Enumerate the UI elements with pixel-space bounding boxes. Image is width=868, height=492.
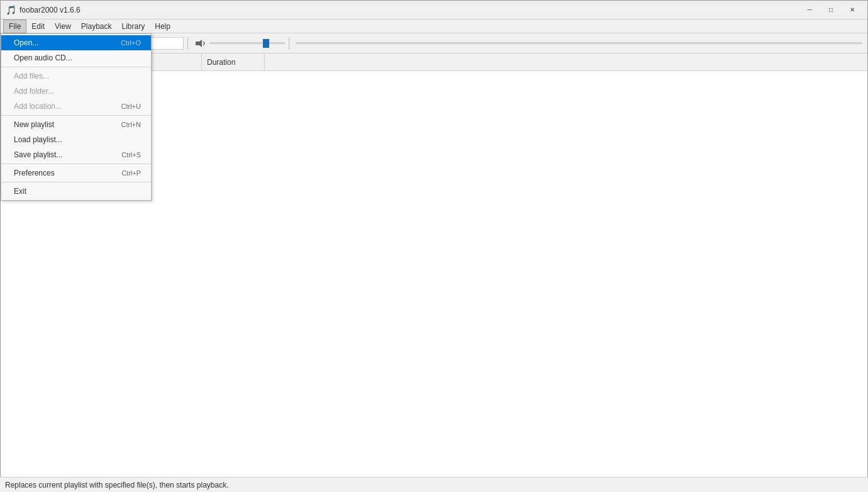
app-title: foobar2000 v1.6.6 xyxy=(19,6,81,14)
open-shortcut: Ctrl+O xyxy=(121,39,141,47)
file-dropdown-menu: Open... Ctrl+O Open audio CD... Add file… xyxy=(1,33,152,201)
menu-preferences[interactable]: Preferences Ctrl+P xyxy=(1,165,151,181)
col-header-duration[interactable]: Duration xyxy=(202,53,265,70)
new-playlist-label: New playlist xyxy=(14,120,54,129)
menu-save-playlist[interactable]: Save playlist... Ctrl+S xyxy=(1,147,151,162)
menu-file[interactable]: File xyxy=(3,20,26,33)
status-text: Replaces current playlist with specified… xyxy=(5,481,228,489)
progress-track xyxy=(296,42,862,44)
title-bar-controls: ─ □ ✕ xyxy=(799,4,862,16)
menu-exit[interactable]: Exit xyxy=(1,184,151,199)
separator-4 xyxy=(1,182,151,182)
progress-bar[interactable] xyxy=(296,38,862,48)
load-playlist-label: Load playlist... xyxy=(14,135,62,144)
menu-open-cd[interactable]: Open audio CD... xyxy=(1,50,151,65)
open-label: Open... xyxy=(14,38,38,47)
exit-label: Exit xyxy=(14,187,26,196)
toolbar-sep-3 xyxy=(289,37,289,50)
volume-track xyxy=(209,42,285,44)
separator-3 xyxy=(1,164,151,164)
save-playlist-shortcut: Ctrl+S xyxy=(121,151,141,159)
col-duration-label: Duration xyxy=(207,58,235,67)
separator-2 xyxy=(1,115,151,116)
add-folder-label: Add folder... xyxy=(14,87,54,96)
new-playlist-shortcut: Ctrl+N xyxy=(121,121,141,128)
add-files-label: Add files... xyxy=(14,72,49,81)
menu-library[interactable]: Library xyxy=(117,20,150,33)
volume-slider[interactable] xyxy=(209,38,285,48)
maximize-button[interactable]: □ xyxy=(821,4,841,16)
menu-edit[interactable]: Edit xyxy=(26,20,50,33)
menu-view[interactable]: View xyxy=(50,20,76,33)
volume-icon xyxy=(194,38,207,48)
separator-1 xyxy=(1,67,151,67)
main-window: 🎵 foobar2000 v1.6.6 ─ □ ✕ File Edit View… xyxy=(0,0,868,492)
toolbar-sep-2 xyxy=(187,37,188,50)
menu-add-location: Add location... Ctrl+U xyxy=(1,99,151,114)
app-icon: 🎵 xyxy=(6,5,16,15)
volume-thumb[interactable] xyxy=(263,39,269,48)
menu-load-playlist[interactable]: Load playlist... xyxy=(1,132,151,147)
title-bar: 🎵 foobar2000 v1.6.6 ─ □ ✕ xyxy=(1,1,867,20)
open-cd-label: Open audio CD... xyxy=(14,53,72,62)
add-location-label: Add location... xyxy=(14,102,62,111)
svg-marker-0 xyxy=(196,40,202,47)
minimize-button[interactable]: ─ xyxy=(799,4,820,16)
status-bar: Replaces current playlist with specified… xyxy=(0,477,868,492)
menu-bar: File Edit View Playback Library Help Ope… xyxy=(1,20,867,33)
menu-add-files: Add files... xyxy=(1,69,151,84)
menu-playback[interactable]: Playback xyxy=(76,20,117,33)
menu-open[interactable]: Open... Ctrl+O xyxy=(1,35,151,50)
menu-help[interactable]: Help xyxy=(150,20,175,33)
menu-new-playlist[interactable]: New playlist Ctrl+N xyxy=(1,117,151,132)
save-playlist-label: Save playlist... xyxy=(14,150,62,159)
preferences-shortcut: Ctrl+P xyxy=(121,169,141,177)
volume-control xyxy=(194,38,285,48)
close-button[interactable]: ✕ xyxy=(842,4,862,16)
title-bar-left: 🎵 foobar2000 v1.6.6 xyxy=(6,5,81,15)
menu-add-folder: Add folder... xyxy=(1,84,151,99)
preferences-label: Preferences xyxy=(14,169,55,177)
